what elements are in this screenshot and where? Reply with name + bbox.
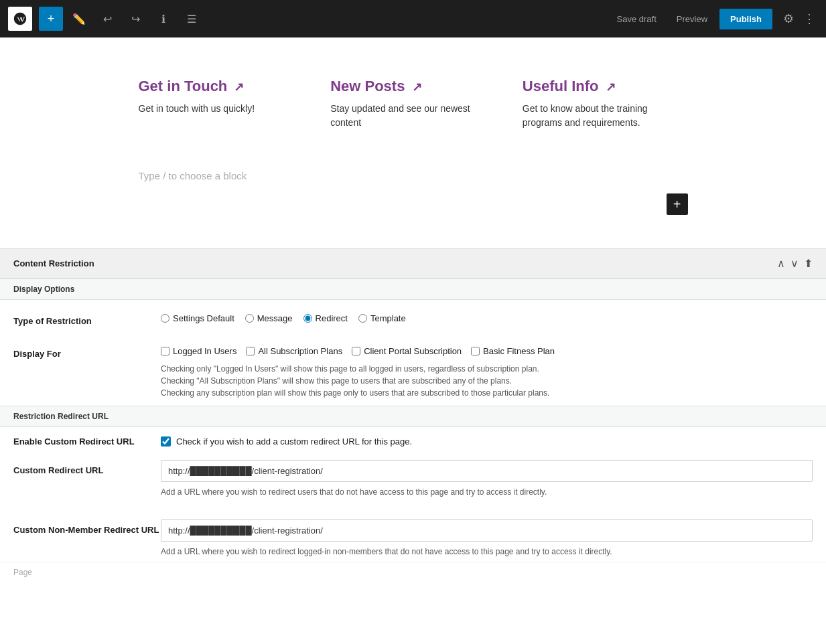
custom-redirect-url-field-group: Add a URL where you wish to redirect use…: [161, 460, 813, 498]
display-for-help: Checking only "Logged In Users" will sho…: [161, 363, 813, 399]
column-3: Useful Info ↗ Get to know about the trai…: [523, 78, 688, 130]
footer-label: Page: [13, 568, 32, 577]
checkbox-all-plans[interactable]: All Subscription Plans: [246, 346, 342, 356]
checkbox-client-portal-input[interactable]: [352, 347, 360, 355]
col-1-text: Get in touch with us quickly!: [139, 102, 304, 116]
panel-collapse-up-button[interactable]: ∧: [777, 257, 785, 270]
checkbox-basic-fitness[interactable]: Basic Fitness Plan: [471, 346, 555, 356]
custom-non-member-help: Add a URL where you wish to redirect log…: [161, 546, 813, 558]
col-3-arrow: ↗: [606, 80, 616, 94]
type-restriction-label: Type of Restriction: [13, 313, 161, 326]
block-placeholder-area: Type / to choose a block +: [139, 157, 688, 222]
radio-template[interactable]: Template: [358, 313, 406, 323]
redo-button[interactable]: ↪: [123, 7, 147, 31]
checkbox-logged-in[interactable]: Logged In Users: [161, 346, 236, 356]
radio-redirect-input[interactable]: [303, 314, 312, 323]
col-2-title: New Posts ↗: [330, 78, 496, 95]
radio-settings-default[interactable]: Settings Default: [161, 313, 234, 323]
more-options-button[interactable]: ⋮: [801, 9, 818, 29]
checkbox-logged-in-input[interactable]: [161, 347, 169, 355]
panel-title: Content Restriction: [13, 258, 94, 268]
display-for-options: Logged In Users All Subscription Plans C…: [161, 346, 813, 399]
enable-custom-redirect-label: Enable Custom Redirect URL: [13, 436, 161, 447]
undo-button[interactable]: ↩: [95, 7, 119, 31]
display-for-row: Display For Logged In Users All Subscrip…: [0, 333, 826, 406]
editor-area: Get in Touch ↗ Get in touch with us quic…: [112, 37, 715, 248]
checkbox-basic-fitness-input[interactable]: [471, 347, 480, 355]
panel-fullscreen-button[interactable]: ⬆: [804, 257, 813, 270]
col-1-title: Get in Touch ↗: [139, 78, 304, 95]
column-1: Get in Touch ↗ Get in touch with us quic…: [139, 78, 304, 130]
preview-button[interactable]: Preview: [669, 10, 715, 28]
display-options-section-header: Display Options: [0, 278, 826, 300]
publish-button[interactable]: Publish: [719, 9, 772, 29]
list-view-button[interactable]: ☰: [180, 7, 204, 31]
display-for-label: Display For: [13, 346, 161, 399]
page-footer: Page: [0, 562, 826, 582]
radio-message-input[interactable]: [245, 314, 254, 323]
custom-non-member-redirect-row: Custom Non-Member Redirect URL Add a URL…: [0, 510, 826, 562]
radio-message[interactable]: Message: [245, 313, 293, 323]
wordpress-logo: [8, 7, 32, 31]
topbar: + ✏️ ↩ ↪ ℹ ☰ Save draft Preview Publish …: [0, 0, 826, 37]
add-block-inline-button[interactable]: +: [667, 193, 688, 215]
col-3-text: Get to know about the training programs …: [523, 102, 688, 130]
custom-redirect-url-help: Add a URL where you wish to redirect use…: [161, 486, 813, 498]
column-2: New Posts ↗ Stay updated and see our new…: [330, 78, 496, 130]
placeholder-text: Type / to choose a block: [139, 170, 247, 181]
enable-custom-redirect-help: Check if you wish to add a custom redire…: [176, 436, 412, 447]
col-2-arrow: ↗: [412, 80, 422, 94]
col-3-title: Useful Info ↗: [523, 78, 688, 95]
enable-custom-redirect-checkbox[interactable]: [161, 436, 171, 447]
bottom-panel: Content Restriction ∧ ∨ ⬆ Display Option…: [0, 248, 826, 562]
type-restriction-row: Type of Restriction Settings Default Mes…: [0, 300, 826, 333]
settings-gear-button[interactable]: ⚙: [780, 9, 797, 29]
type-restriction-options: Settings Default Message Redirect Templa…: [161, 313, 813, 326]
col-2-text: Stay updated and see our newest content: [330, 102, 496, 130]
checkbox-row: Logged In Users All Subscription Plans C…: [161, 346, 813, 356]
custom-non-member-field-group: Add a URL where you wish to redirect log…: [161, 519, 813, 558]
custom-redirect-url-input[interactable]: [161, 460, 813, 482]
panel-header-icons: ∧ ∨ ⬆: [777, 257, 813, 270]
custom-redirect-url-row: Custom Redirect URL Add a URL where you …: [0, 451, 826, 502]
panel-header[interactable]: Content Restriction ∧ ∨ ⬆: [0, 249, 826, 278]
info-button[interactable]: ℹ: [151, 7, 176, 31]
enable-custom-redirect-row: Enable Custom Redirect URL Check if you …: [0, 427, 826, 451]
save-draft-button[interactable]: Save draft: [609, 10, 665, 28]
radio-row: Settings Default Message Redirect Templa…: [161, 313, 813, 323]
enable-custom-redirect-value: Check if you wish to add a custom redire…: [161, 436, 813, 447]
radio-settings-default-input[interactable]: [161, 314, 169, 323]
custom-non-member-label: Custom Non-Member Redirect URL: [13, 519, 161, 535]
col-1-arrow: ↗: [234, 80, 244, 94]
edit-icon-button[interactable]: ✏️: [67, 7, 91, 31]
radio-template-input[interactable]: [358, 314, 367, 323]
checkbox-all-plans-input[interactable]: [246, 347, 255, 355]
radio-redirect[interactable]: Redirect: [303, 313, 348, 323]
checkbox-client-portal[interactable]: Client Portal Subscription: [352, 346, 462, 356]
panel-collapse-down-button[interactable]: ∨: [790, 257, 799, 270]
columns-section: Get in Touch ↗ Get in touch with us quic…: [139, 78, 688, 130]
custom-redirect-url-label: Custom Redirect URL: [13, 460, 161, 475]
restriction-redirect-section-header: Restriction Redirect URL: [0, 406, 826, 427]
add-block-button[interactable]: +: [39, 7, 63, 31]
custom-non-member-url-input[interactable]: [161, 519, 813, 542]
